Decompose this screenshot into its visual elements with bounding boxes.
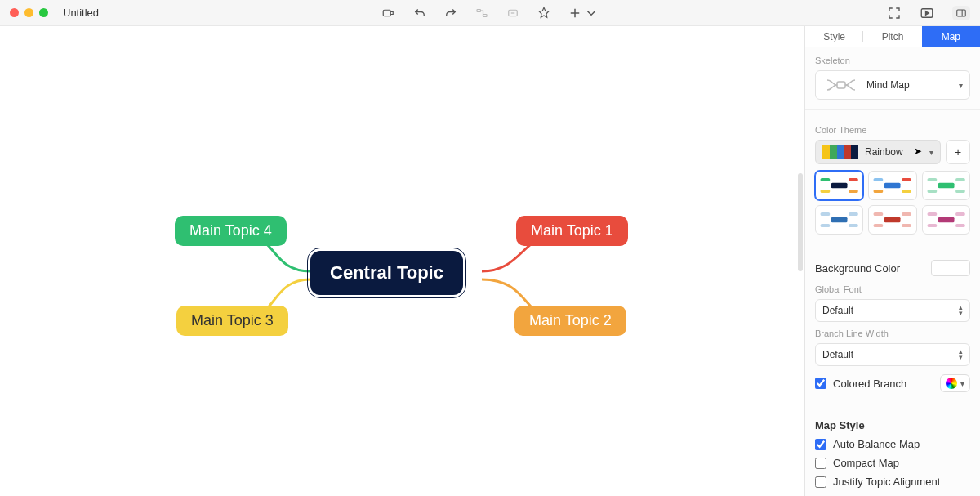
svg-rect-18 xyxy=(874,190,884,193)
tab-style[interactable]: Style xyxy=(805,26,863,47)
svg-rect-30 xyxy=(849,224,858,227)
svg-rect-27 xyxy=(821,212,831,216)
central-topic-text: Central Topic xyxy=(330,262,443,284)
compact-map-checkbox[interactable] xyxy=(815,458,826,469)
justify-alignment-label: Justify Topic Alignment xyxy=(833,476,940,488)
svg-rect-17 xyxy=(874,178,884,181)
color-theme-section: Color Theme Rainbow ➤ ▾ + xyxy=(805,117,980,241)
topic-3-node[interactable]: Main Topic 3 xyxy=(176,306,288,336)
skeleton-selector[interactable]: Mind Map ▾ xyxy=(815,70,970,100)
justify-alignment-checkbox[interactable] xyxy=(815,476,826,488)
updown-icon: ▴▾ xyxy=(959,349,963,360)
topic-2-node[interactable]: Main Topic 2 xyxy=(514,306,626,336)
tab-pitch-label: Pitch xyxy=(882,31,904,42)
star-icon[interactable] xyxy=(537,6,551,20)
tab-map[interactable]: Map xyxy=(922,26,980,47)
svg-rect-35 xyxy=(902,224,912,227)
mindmap-canvas[interactable]: Central Topic Main Topic 1 Main Topic 2 … xyxy=(0,26,804,496)
tab-style-label: Style xyxy=(823,31,845,42)
theme-preset-1[interactable] xyxy=(815,171,863,200)
svg-rect-20 xyxy=(902,190,912,193)
theme-preset-5[interactable] xyxy=(868,205,916,235)
tab-pitch[interactable]: Pitch xyxy=(863,26,921,47)
theme-preset-3[interactable] xyxy=(922,171,970,200)
svg-rect-40 xyxy=(956,224,965,227)
svg-rect-0 xyxy=(383,10,390,16)
svg-rect-10 xyxy=(837,82,845,88)
chevron-down-icon: ▾ xyxy=(929,148,933,157)
chevron-down-icon: ▾ xyxy=(960,379,964,388)
branch-width-value: Default xyxy=(822,349,853,360)
insert-topic-icon[interactable] xyxy=(381,6,396,20)
compact-map-row: Compact Map xyxy=(805,454,980,472)
insert-boundary-icon xyxy=(506,6,520,20)
topic-4-text: Main Topic 4 xyxy=(189,222,272,239)
colored-branch-row: Colored Branch ▾ xyxy=(805,371,980,395)
topic-4-node[interactable]: Main Topic 4 xyxy=(175,216,287,246)
svg-rect-38 xyxy=(927,224,937,227)
map-style-heading: Map Style xyxy=(805,411,980,435)
theme-preset-grid xyxy=(815,171,970,235)
topic-2-text: Main Topic 2 xyxy=(529,312,612,329)
add-theme-button[interactable]: + xyxy=(946,140,970,164)
add-menu-button[interactable] xyxy=(568,6,599,20)
topic-1-text: Main Topic 1 xyxy=(531,222,613,239)
global-font-select[interactable]: Default ▴▾ xyxy=(815,299,970,322)
svg-rect-29 xyxy=(849,212,858,216)
svg-rect-37 xyxy=(927,212,937,216)
maximize-window-button[interactable] xyxy=(39,8,48,17)
colored-branch-checkbox[interactable] xyxy=(815,378,826,389)
main-area: Central Topic Main Topic 1 Main Topic 2 … xyxy=(0,26,980,496)
titlebar: Untitled xyxy=(0,0,980,26)
document-title: Untitled xyxy=(63,7,99,19)
svg-rect-34 xyxy=(902,212,912,216)
chevron-down-icon: ▾ xyxy=(959,81,963,90)
skeleton-label: Skeleton xyxy=(815,56,970,65)
redo-icon[interactable] xyxy=(443,6,458,20)
auto-balance-label: Auto Balance Map xyxy=(833,438,920,450)
theme-preset-6[interactable] xyxy=(922,205,970,235)
svg-rect-36 xyxy=(938,217,954,223)
svg-rect-16 xyxy=(884,183,901,189)
window-controls xyxy=(10,8,48,17)
skeleton-value: Mind Map xyxy=(866,79,959,91)
theme-preset-2[interactable] xyxy=(868,171,916,200)
svg-rect-11 xyxy=(831,183,848,189)
color-wheel-icon xyxy=(946,378,957,389)
svg-rect-22 xyxy=(927,178,937,181)
global-font-value: Default xyxy=(822,305,853,316)
svg-rect-32 xyxy=(874,212,884,216)
toolbar-center xyxy=(381,6,599,20)
branch-width-label: Branch Line Width xyxy=(815,328,970,338)
auto-balance-checkbox[interactable] xyxy=(815,439,826,450)
close-window-button[interactable] xyxy=(10,8,19,17)
svg-rect-39 xyxy=(956,212,965,216)
svg-rect-14 xyxy=(849,178,858,181)
background-color-row: Background Color xyxy=(805,255,980,281)
svg-rect-28 xyxy=(821,224,831,227)
present-icon[interactable] xyxy=(920,6,934,20)
inspector-panel: Style Pitch Map Skeleton Mind Map ▾ Col xyxy=(804,26,980,496)
color-theme-value: Rainbow xyxy=(865,146,929,158)
minimize-window-button[interactable] xyxy=(24,8,33,17)
fullscreen-icon[interactable] xyxy=(887,6,902,20)
color-theme-selector[interactable]: Rainbow ➤ ▾ xyxy=(815,140,941,164)
toggle-panel-icon[interactable] xyxy=(952,6,970,20)
branch-width-select[interactable]: Default ▴▾ xyxy=(815,343,970,366)
background-color-swatch[interactable] xyxy=(931,260,970,276)
canvas-scrollbar[interactable] xyxy=(798,173,803,271)
topic-1-node[interactable]: Main Topic 1 xyxy=(516,216,628,246)
svg-rect-25 xyxy=(956,190,965,193)
panel-tabs: Style Pitch Map xyxy=(805,26,980,47)
color-theme-label: Color Theme xyxy=(815,125,970,135)
skeleton-section: Skeleton Mind Map ▾ xyxy=(805,47,980,103)
undo-icon[interactable] xyxy=(412,6,427,20)
branch-color-button[interactable]: ▾ xyxy=(940,374,970,392)
theme-preset-4[interactable] xyxy=(815,205,863,235)
svg-rect-19 xyxy=(902,178,912,181)
global-font-label: Global Font xyxy=(815,284,970,294)
svg-rect-3 xyxy=(509,10,518,16)
svg-rect-13 xyxy=(821,190,831,193)
toolbar-right xyxy=(887,6,970,20)
central-topic-node[interactable]: Central Topic xyxy=(310,251,463,295)
